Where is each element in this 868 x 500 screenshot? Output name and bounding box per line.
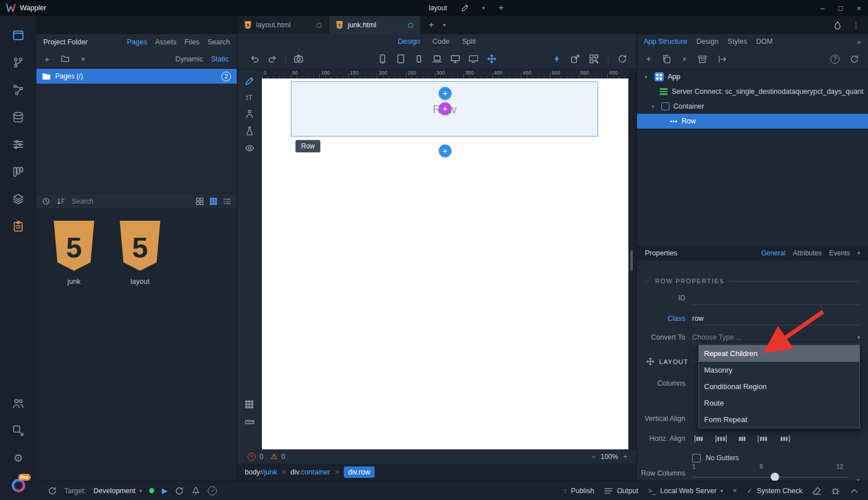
deploy-rocket-icon[interactable] xyxy=(191,486,200,495)
project-tab-assets[interactable]: Assets xyxy=(155,38,176,46)
panel-tab-dom[interactable]: DOM xyxy=(756,38,772,46)
publish-button[interactable]: ↑ Publish xyxy=(563,487,594,495)
save-archive-icon[interactable] xyxy=(698,55,707,64)
typography-icon[interactable]: tT xyxy=(246,93,253,102)
device-laptop-icon[interactable] xyxy=(432,54,442,64)
refresh-structure-icon[interactable] xyxy=(850,55,859,64)
view-large-grid-icon[interactable] xyxy=(196,197,204,205)
git-branch-icon[interactable] xyxy=(8,52,28,73)
scrollbar-thumb[interactable] xyxy=(630,250,633,271)
file-tile-junk[interactable]: 5 junk xyxy=(49,221,99,286)
tree-node-row-selected[interactable]: ••• Row xyxy=(637,114,868,129)
props-tab-events[interactable]: Events xyxy=(829,249,850,257)
mode-dynamic[interactable]: Dynamic xyxy=(175,55,203,63)
clear-cache-eraser-icon[interactable] xyxy=(812,486,821,495)
device-phone-icon[interactable] xyxy=(377,54,387,64)
rename-project-icon[interactable] xyxy=(460,4,468,12)
wappler-pro-icon[interactable]: Pro xyxy=(8,475,28,495)
collapse-properties-chevron[interactable]: ▾ xyxy=(857,250,860,256)
add-component-button[interactable]: + xyxy=(646,54,651,64)
system-check-button[interactable]: ✓ System Check xyxy=(747,486,803,495)
help-icon[interactable]: ? xyxy=(830,55,840,64)
web-server-select[interactable]: >_ Local Web Server ▾ xyxy=(648,487,723,495)
more-panels-icon[interactable]: » xyxy=(857,38,861,46)
edit-mode-icon[interactable] xyxy=(245,76,254,86)
sync-target-icon[interactable] xyxy=(48,486,57,495)
dropdown-item-route[interactable]: Route xyxy=(699,395,859,411)
slider-handle[interactable] xyxy=(771,473,779,481)
tree-node-container[interactable]: ▾ Container xyxy=(637,99,868,114)
collapse-chevron[interactable]: ▾ xyxy=(645,75,651,80)
class-input[interactable] xyxy=(692,312,860,325)
notes-clipboard-icon[interactable] xyxy=(8,216,28,237)
dropdown-item-conditional-region[interactable]: Conditional Region xyxy=(699,378,859,395)
project-tab-pages[interactable]: Pages xyxy=(127,38,147,46)
redo-icon[interactable] xyxy=(268,54,277,64)
panel-tab-app-structure[interactable]: App Structure xyxy=(644,38,687,46)
export-icon[interactable] xyxy=(718,55,727,64)
close-window-button[interactable]: × xyxy=(850,0,868,16)
refresh-canvas-icon[interactable] xyxy=(618,54,627,64)
run-button[interactable]: ▶ xyxy=(162,486,167,495)
tab-layout-html[interactable]: 5 layout.html xyxy=(237,16,329,34)
dropdown-item-masonry[interactable]: Masonry xyxy=(699,362,859,378)
props-tab-general[interactable]: General xyxy=(761,249,785,257)
ruler-toggle-icon[interactable] xyxy=(245,417,254,427)
props-tab-attributes[interactable]: Attributes xyxy=(793,249,822,257)
tree-node-server-connect[interactable]: Server Connect: sc_single_destinodataque… xyxy=(637,84,868,99)
view-tab-code[interactable]: Code xyxy=(433,38,450,46)
view-tab-split[interactable]: Split xyxy=(462,38,476,46)
duplicate-icon[interactable] xyxy=(662,55,671,64)
person-accessibility-icon[interactable] xyxy=(245,109,254,119)
grid-toggle-icon[interactable] xyxy=(245,400,254,409)
history-icon[interactable] xyxy=(42,197,50,205)
device-phone-small-icon[interactable] xyxy=(414,54,423,64)
screenshot-camera-icon[interactable] xyxy=(294,54,303,64)
theme-drop-icon[interactable] xyxy=(833,21,842,30)
maximize-button[interactable]: □ xyxy=(832,0,850,16)
warnings-icon[interactable]: ⚠ xyxy=(271,452,278,461)
output-button[interactable]: Output xyxy=(604,486,639,495)
file-search-input[interactable] xyxy=(72,197,189,205)
layers-icon[interactable] xyxy=(8,189,28,209)
debug-bug-icon[interactable] xyxy=(831,486,840,495)
collapse-statusbar-chevron-icon[interactable] xyxy=(850,486,859,495)
align-around-button[interactable] xyxy=(755,433,771,444)
file-tile-layout[interactable]: 5 layout xyxy=(115,221,165,286)
zoom-out-button[interactable]: − xyxy=(591,453,595,461)
tab-junk-html[interactable]: 5 junk.html xyxy=(329,16,421,34)
refresh-target-icon[interactable] xyxy=(175,486,184,495)
view-list-icon[interactable] xyxy=(223,197,231,205)
project-tab-search[interactable]: Search xyxy=(207,38,230,46)
actions-bolt-icon[interactable] xyxy=(553,55,561,63)
errors-icon[interactable]: × xyxy=(248,453,256,461)
view-tab-design[interactable]: Design xyxy=(398,38,420,46)
delete-component-icon[interactable]: × xyxy=(682,55,686,64)
align-start-button[interactable] xyxy=(692,433,708,444)
canvas-scrollbar[interactable] xyxy=(630,78,633,449)
device-tablet-icon[interactable] xyxy=(396,54,405,64)
mode-static[interactable]: Static xyxy=(211,55,229,63)
breadcrumb-selected-row[interactable]: div.row xyxy=(344,466,375,478)
collapse-chevron[interactable]: ▾ xyxy=(652,104,657,109)
align-between-button[interactable] xyxy=(713,433,729,444)
device-monitor-icon[interactable] xyxy=(450,54,460,64)
preview-eye-icon[interactable] xyxy=(245,143,254,153)
tree-node-app[interactable]: ▾ App xyxy=(637,69,868,84)
settings-gear-icon[interactable]: ⚙ xyxy=(8,448,28,468)
dropdown-item-repeat-children[interactable]: Repeat Children xyxy=(699,345,859,362)
align-end-button[interactable] xyxy=(776,433,792,444)
magic-flask-icon[interactable] xyxy=(245,126,254,136)
add-element-before-button[interactable]: + xyxy=(439,87,451,100)
more-options-icon[interactable]: ⋮ xyxy=(852,20,860,30)
design-canvas[interactable]: Row + + + Row xyxy=(262,78,628,449)
panel-tab-design[interactable]: Design xyxy=(696,38,718,46)
api-sliders-icon[interactable] xyxy=(8,134,28,155)
database-icon[interactable] xyxy=(8,107,28,127)
new-project-button[interactable]: + xyxy=(499,3,504,13)
users-icon[interactable] xyxy=(8,393,28,414)
device-tv-icon[interactable] xyxy=(468,54,478,64)
extensions-icon[interactable] xyxy=(8,420,28,441)
delete-page-icon[interactable]: × xyxy=(81,55,85,64)
add-element-after-button[interactable]: + xyxy=(439,144,451,157)
